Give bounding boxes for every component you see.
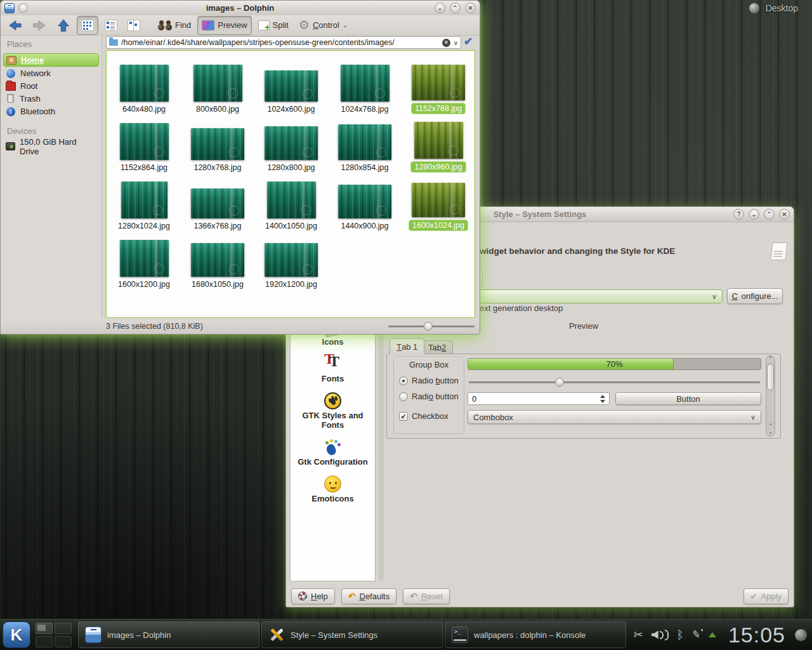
cashew-icon[interactable]	[749, 3, 759, 13]
columns-view-button[interactable]	[124, 17, 144, 34]
sidebar-item-trash[interactable]: Trash	[3, 93, 99, 105]
file-thumbnail[interactable]	[338, 124, 391, 160]
split-button[interactable]: Split	[254, 17, 292, 34]
control-button[interactable]: ⚙ Control ⌄	[295, 17, 351, 34]
file-item[interactable]: 1280x768.jpg	[181, 114, 254, 173]
file-item[interactable]: 1280x854.jpg	[328, 114, 402, 173]
task-konsole[interactable]: wallpapers : dolphin – Konsole	[445, 621, 626, 648]
details-view-button[interactable]	[101, 17, 121, 34]
dolphin-titlebar[interactable]: images – Dolphin ⌄ ⌃ ✕	[1, 1, 480, 16]
find-button[interactable]: Find	[154, 17, 195, 34]
back-button[interactable]	[4, 17, 26, 34]
file-item[interactable]: 800x600.jpg	[181, 56, 254, 114]
tray-expander-icon[interactable]	[709, 632, 716, 637]
file-item[interactable]: 1680x1050.jpg	[181, 231, 254, 289]
file-thumbnail[interactable]	[265, 70, 318, 102]
checkbox-checked[interactable]: ✔	[399, 412, 408, 421]
defaults-button[interactable]: ↶ Defaults	[341, 588, 396, 604]
file-thumbnail[interactable]	[120, 240, 169, 277]
clipboard-scissors-icon[interactable]: ✂	[634, 629, 643, 640]
sidebar-module-gtkconfig[interactable]: Gtk Configuration	[291, 439, 375, 467]
desktop-pager[interactable]	[36, 623, 72, 647]
minimize-button[interactable]: ⌄	[749, 209, 759, 220]
kde-menu-button[interactable]: K	[3, 621, 30, 648]
close-button[interactable]: ✕	[779, 209, 790, 220]
radio-row[interactable]: Radio button	[399, 392, 464, 401]
file-thumbnail[interactable]	[341, 65, 390, 102]
close-button[interactable]: ✕	[465, 3, 476, 13]
file-thumbnail[interactable]	[191, 243, 244, 277]
file-thumbnail[interactable]	[191, 128, 244, 160]
pager-desktop-2[interactable]	[55, 623, 72, 634]
pager-desktop-1[interactable]	[36, 623, 53, 634]
sidebar-item-home[interactable]: Home	[3, 53, 99, 67]
up-button[interactable]	[53, 17, 74, 34]
location-bar[interactable]: /home/einar/.kde4/share/wallpapers/strip…	[106, 36, 461, 49]
file-item[interactable]: 1400x1050.jpg	[254, 173, 328, 231]
file-thumbnail[interactable]	[193, 65, 242, 102]
file-thumbnail[interactable]	[265, 243, 318, 277]
file-thumbnail[interactable]	[338, 185, 391, 218]
sidebar-item-device[interactable]: 150,0 GiB Hard Drive	[3, 140, 99, 152]
preview-combobox[interactable]: Combobox ∨	[468, 410, 761, 424]
preview-scrollbar[interactable]: ⌃ ⌃ ⌄	[766, 355, 775, 437]
radio-button-unchecked[interactable]	[399, 392, 408, 401]
file-thumbnail[interactable]	[267, 182, 316, 218]
slider-track[interactable]	[469, 381, 760, 383]
file-item[interactable]: 1366x768.jpg	[181, 173, 254, 231]
help-button[interactable]: Help	[291, 588, 335, 604]
location-path[interactable]: /home/einar/.kde4/share/wallpapers/strip…	[121, 38, 439, 47]
slider-handle[interactable]	[555, 378, 564, 387]
configure-button[interactable]: Configure...	[727, 288, 783, 304]
tablet-pen-icon[interactable]: ✎	[691, 629, 701, 640]
desktop-toolbox[interactable]: Desktop	[749, 3, 798, 13]
sidebar-module-fonts[interactable]: TT Fonts	[291, 355, 375, 383]
task-dolphin[interactable]: images – Dolphin	[78, 621, 259, 648]
file-thumbnail[interactable]	[121, 182, 167, 218]
file-item[interactable]: 1280x800.jpg	[254, 114, 328, 173]
sidebar-item-root[interactable]: Root	[3, 80, 99, 92]
scrollbar-handle[interactable]	[767, 364, 774, 390]
sidebar-item-bluetooth[interactable]: ᛒ Bluetooth	[3, 105, 99, 117]
file-item[interactable]: 1024x600.jpg	[254, 56, 328, 114]
file-thumbnail[interactable]	[120, 65, 169, 102]
scroll-up-icon[interactable]: ⌃	[768, 356, 773, 362]
file-thumbnail[interactable]	[191, 189, 244, 218]
task-systemsettings[interactable]: Style – System Settings	[261, 621, 443, 648]
tab-2[interactable]: Tab 2	[421, 340, 453, 354]
minimize-button[interactable]: ⌄	[435, 3, 445, 13]
panel-cashew-icon[interactable]	[795, 629, 807, 641]
file-thumbnail[interactable]	[120, 123, 169, 160]
file-item[interactable]: 1152x768.jpg	[402, 56, 475, 114]
file-view[interactable]: 640x480.jpg 800x600.jpg 1024x600.jpg 102…	[106, 50, 475, 318]
apply-button[interactable]: ✔ Apply	[743, 588, 789, 604]
radio-button-checked[interactable]	[399, 376, 408, 385]
clear-location-icon[interactable]: ✕	[442, 39, 450, 47]
go-checkmark-icon[interactable]: ✔	[464, 35, 473, 48]
slider-handle[interactable]	[424, 322, 433, 331]
preview-slider[interactable]	[469, 377, 760, 387]
maximize-button[interactable]: ⌃	[450, 3, 461, 13]
reset-button[interactable]: ↶ Reset	[403, 588, 450, 604]
file-item[interactable]: 1024x768.jpg	[328, 56, 402, 114]
preview-toggle-button[interactable]: Preview	[197, 16, 251, 35]
file-thumbnail[interactable]	[412, 65, 465, 100]
file-item[interactable]: 1600x1200.jpg	[107, 231, 181, 289]
spinbox-arrows[interactable]	[600, 395, 605, 403]
file-item[interactable]: 1920x1200.jpg	[254, 231, 328, 289]
icons-view-button[interactable]	[77, 16, 98, 35]
file-thumbnail[interactable]	[265, 126, 318, 160]
sidebar-module-gtkstyles[interactable]: GTK Styles and Fonts	[291, 392, 375, 430]
clock[interactable]: 15:05	[728, 623, 785, 647]
file-item[interactable]: 640x480.jpg	[107, 56, 181, 114]
file-item[interactable]: 1280x960.jpg	[402, 114, 475, 173]
scroll-down-icon[interactable]: ⌄	[768, 429, 773, 435]
preview-button[interactable]: Button	[615, 392, 761, 405]
bluetooth-icon[interactable]: ᛒ	[677, 629, 684, 640]
sidebar-item-network[interactable]: Network	[3, 67, 99, 79]
volume-icon[interactable]	[652, 630, 669, 640]
help-window-button[interactable]: ?	[733, 209, 744, 220]
file-item[interactable]: 1440x900.jpg	[328, 173, 402, 231]
zoom-slider[interactable]	[388, 321, 475, 331]
radio-row[interactable]: Radio button	[399, 376, 464, 385]
